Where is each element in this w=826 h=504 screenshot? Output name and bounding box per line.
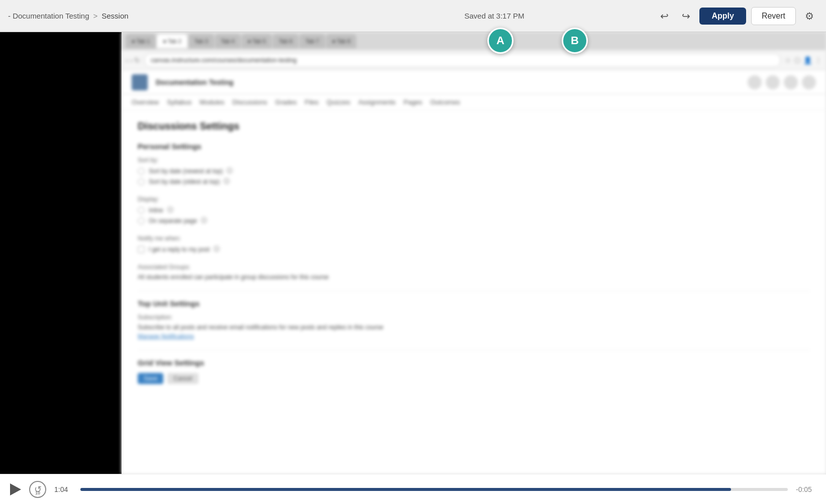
page-body: Discussions Settings Personal Settings S…	[122, 110, 826, 404]
radio-separate[interactable]	[138, 217, 145, 224]
revert-button[interactable]: Revert	[751, 7, 796, 25]
browser-tab[interactable]: ● Tab 5	[242, 34, 272, 48]
toolbar-right: ↩ ↪ Apply Revert ⚙	[656, 7, 818, 25]
apply-button[interactable]: Apply	[699, 8, 746, 25]
radio-newest[interactable]	[138, 168, 145, 175]
subnav-discussions[interactable]: Discussions	[232, 98, 267, 106]
bookmark-icon[interactable]: ☆	[785, 56, 791, 64]
replay-button[interactable]: ↺ 10	[29, 481, 46, 498]
play-icon	[10, 483, 21, 495]
info-icon: ⓘ	[201, 216, 207, 225]
main-content: ● Tab 1 ● Tab 2 Tab 3 Tab 4 ● Tab 5 Tab …	[0, 32, 826, 474]
saved-status: Saved at 3:17 PM	[464, 12, 524, 20]
browser-tab[interactable]: Tab 3	[188, 34, 214, 48]
nav-arrows: ‹ › ↻	[126, 56, 140, 64]
subnav-quizzes[interactable]: Quizzes	[327, 98, 350, 106]
progress-bar[interactable]	[80, 488, 788, 491]
subscribe-description: Subscribe to all posts and receive email…	[138, 324, 383, 331]
subnav-files[interactable]: Files	[304, 98, 318, 106]
sort-label: Sort by:	[138, 157, 810, 164]
grid-view-heading: Grid View Settings	[138, 358, 810, 367]
info-icon: ⓘ	[224, 177, 230, 186]
subnav-outcomes[interactable]: Outcomes	[430, 98, 460, 106]
browser-tab[interactable]: ● Tab 8	[326, 34, 356, 48]
toolbar-center: Saved at 3:17 PM	[332, 12, 656, 20]
sort-newest-label: Sort by date (newest at top)	[149, 168, 223, 175]
radio-inline[interactable]	[138, 207, 145, 214]
browser-tab[interactable]: Tab 7	[299, 34, 325, 48]
notify-option-label: I get a reply to my post	[149, 246, 210, 253]
extensions-icon[interactable]: ⬡	[794, 56, 800, 64]
divider-2	[138, 350, 810, 350]
breadcrumb-session[interactable]: Session	[101, 12, 128, 20]
nav-icon[interactable]	[748, 75, 762, 89]
browser-area: ● Tab 1 ● Tab 2 Tab 3 Tab 4 ● Tab 5 Tab …	[122, 32, 826, 474]
subscribe-label: Subscription:	[138, 314, 810, 321]
checkbox-notify[interactable]	[138, 246, 145, 253]
address-bar[interactable]	[144, 53, 781, 67]
time-current: 1:04	[54, 485, 72, 493]
user-avatar[interactable]: 👤	[803, 56, 812, 64]
video-panel	[0, 32, 122, 474]
subnav-modules[interactable]: Modules	[199, 98, 224, 106]
grid-view-group: Save Cancel	[138, 373, 810, 384]
personal-settings-heading: Personal Settings	[138, 142, 810, 151]
browser-tab[interactable]: Tab 4	[215, 34, 241, 48]
subscribe-link[interactable]: Manage Notifications	[138, 333, 194, 340]
subscribe-group: Subscription: Subscribe to all posts and…	[138, 314, 810, 340]
subnav-overview[interactable]: Overview	[132, 98, 159, 106]
page-heading: Discussions Settings	[138, 120, 810, 132]
redo-button[interactable]: ↪	[678, 8, 694, 24]
associated-label: Associated Groups:	[138, 264, 810, 271]
undo-button[interactable]: ↩	[656, 8, 673, 24]
toolbar-left: - Documentation Testing > Session	[8, 12, 332, 20]
browser-tab[interactable]: ● Tab 1	[126, 34, 156, 48]
info-icon: ⓘ	[227, 167, 233, 175]
browser-addressbar: ‹ › ↻ ☆ ⬡ 👤 ⋮	[122, 50, 826, 70]
notify-option: I get a reply to my post ⓘ	[138, 245, 810, 254]
browser-tabs: ● Tab 1 ● Tab 2 Tab 3 Tab 4 ● Tab 5 Tab …	[122, 32, 826, 50]
play-button[interactable]	[10, 483, 21, 495]
notify-setting-group: Notify me when: I get a reply to my post…	[138, 235, 810, 254]
radio-oldest[interactable]	[138, 178, 145, 185]
back-icon[interactable]: ‹	[126, 56, 128, 64]
info-icon: ⓘ	[214, 245, 220, 254]
display-inline: Inline ⓘ	[138, 206, 810, 214]
sort-option-2: Sort by date (oldest at top) ⓘ	[138, 177, 810, 186]
annotation-a: A	[487, 28, 513, 54]
time-remaining: -0:05	[796, 485, 816, 493]
sort-oldest-label: Sort by date (oldest at top)	[149, 178, 220, 185]
info-icon: ⓘ	[167, 206, 173, 214]
subnav-pages[interactable]: Pages	[403, 98, 422, 106]
breadcrumb-project: - Documentation Testing	[8, 12, 89, 20]
nav-icon[interactable]	[766, 75, 780, 89]
subnav-syllabus[interactable]: Syllabus	[167, 98, 191, 106]
top-unit-heading: Top Unit Settings	[138, 299, 810, 308]
forward-icon[interactable]: ›	[130, 56, 133, 64]
sort-setting-group: Sort by: Sort by date (newest at top) ⓘ …	[138, 157, 810, 186]
reload-icon[interactable]: ↻	[134, 56, 140, 64]
menu-icon[interactable]: ⋮	[815, 56, 822, 64]
browser-icons: ☆ ⬡ 👤 ⋮	[785, 56, 822, 64]
associated-groups: Associated Groups: All students enrolled…	[138, 264, 810, 281]
associated-row: All students enrolled can participate in…	[138, 274, 810, 281]
toolbar: - Documentation Testing > Session Saved …	[0, 0, 826, 32]
subnav-assignments[interactable]: Assignments	[358, 98, 395, 106]
page-content: Documentation Testing Overview Syllabus …	[122, 70, 826, 474]
cancel-button[interactable]: Cancel	[167, 373, 198, 384]
browser-tab-active[interactable]: ● Tab 2	[157, 34, 187, 48]
page-title-nav: Documentation Testing	[156, 78, 234, 86]
divider-1	[138, 291, 810, 291]
breadcrumb-separator: >	[93, 12, 97, 20]
display-separate: On separate page ⓘ	[138, 216, 810, 225]
sub-nav: Overview Syllabus Modules Discussions Gr…	[122, 94, 826, 110]
save-button[interactable]: Save	[138, 373, 163, 384]
associated-text: All students enrolled can participate in…	[138, 274, 329, 281]
subnav-grades[interactable]: Grades	[275, 98, 297, 106]
nav-icon[interactable]	[784, 75, 798, 89]
subscribe-row: Subscribe to all posts and receive email…	[138, 324, 810, 331]
nav-icon[interactable]	[802, 75, 816, 89]
settings-button[interactable]: ⚙	[801, 8, 818, 24]
browser-tab[interactable]: Tab 6	[273, 34, 298, 48]
page-nav-icons	[748, 75, 816, 89]
